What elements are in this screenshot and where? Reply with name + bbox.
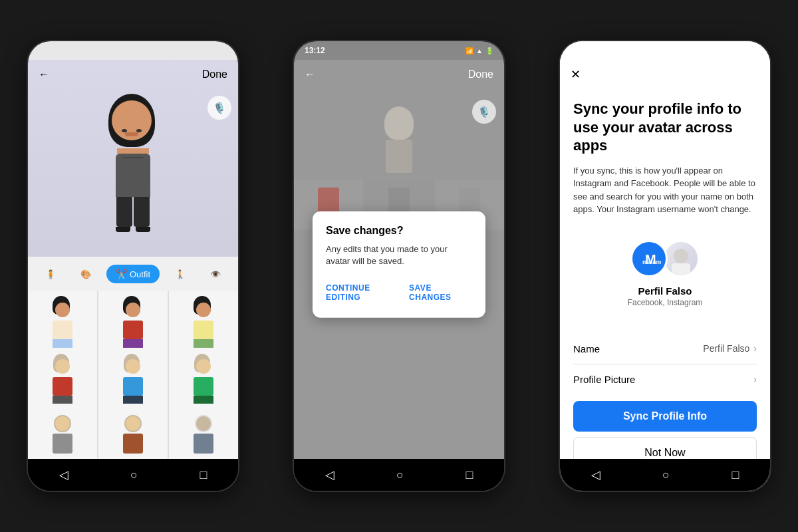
phone2-bg-avatar [386, 113, 412, 173]
mini-face-1 [55, 303, 70, 317]
facebook-profile-icon: M malando [630, 240, 668, 277]
phone2-time: 13:12 [305, 46, 325, 55]
mini-head-5 [124, 356, 142, 376]
mini-head-2 [124, 299, 142, 319]
phone2-bottom-nav: ◁ ○ □ [294, 459, 504, 491]
profile-picture-chevron-icon: › [753, 374, 757, 384]
phone1-nav: ← Done [28, 60, 238, 89]
mini-body-7 [53, 434, 72, 454]
name-row[interactable]: Name Perfil Falso › [573, 334, 757, 364]
outfit-cell-8[interactable] [98, 404, 168, 459]
mini-head-1 [54, 299, 71, 319]
tab-outfit-label: Outfit [130, 269, 150, 279]
outfit-mini-4 [43, 356, 82, 409]
avatar-display-area: 🎙️ [28, 89, 238, 257]
outfit-grid [28, 291, 238, 459]
phone3-wrapper: ✕ Sync your profile info to use your ava… [532, 0, 798, 532]
phone2-screen: ← Done [294, 60, 504, 459]
mini-face-4 [55, 359, 70, 374]
phone1-back-button[interactable]: ← [39, 68, 49, 80]
avatar-foot-left [116, 227, 130, 232]
tab-pose[interactable]: 🚶 [166, 265, 195, 283]
tab-view[interactable]: 👁️ [201, 265, 230, 283]
not-now-button[interactable]: Not Now [573, 437, 757, 460]
profile-picture-label: Profile Picture [573, 374, 635, 385]
phone3-top-bar: ✕ [560, 60, 770, 89]
outfit-mini-8 [113, 415, 153, 459]
avatar-preview-head [674, 249, 688, 263]
mic-button[interactable]: 🎙️ [207, 96, 231, 120]
mini-head-9 [195, 415, 212, 432]
mini-head-8 [124, 415, 142, 432]
save-dialog-title: Save changes? [326, 225, 472, 237]
mini-body-4 [53, 377, 72, 396]
mini-head-3 [195, 299, 212, 319]
phone2-back-button[interactable]: ← [305, 68, 315, 80]
phone1-status-bar [28, 41, 238, 60]
mini-body-5 [123, 377, 143, 396]
avatar-neck [117, 148, 149, 154]
sync-title: Sync your profile info to use your avata… [573, 100, 757, 155]
mini-body-9 [194, 434, 213, 454]
outfit-mini-1 [43, 299, 82, 352]
phone3-nav-home-icon[interactable]: ○ [662, 468, 670, 482]
mini-head-7 [54, 415, 71, 432]
mic-icon: 🎙️ [213, 102, 226, 114]
nav-back-icon[interactable]: ◁ [59, 467, 68, 482]
phone3-screen: ✕ Sync your profile info to use your ava… [560, 60, 770, 459]
phone1-screen: ← Done [28, 60, 238, 459]
phone2-nav-back-icon[interactable]: ◁ [325, 467, 334, 482]
sync-profile-info-button[interactable]: Sync Profile Info [573, 401, 757, 432]
name-chevron-icon: › [753, 343, 757, 354]
phone3-nav-recent-icon[interactable]: □ [732, 468, 739, 482]
phone2: 13:12 📶 ▲ 🔋 ← Done [293, 40, 505, 492]
nav-home-icon[interactable]: ○ [130, 468, 138, 482]
tab-skin[interactable]: 🎨 [71, 265, 100, 283]
phone1: ← Done [27, 40, 239, 492]
mini-body-3 [194, 321, 213, 339]
phone2-done-button[interactable]: Done [468, 68, 493, 80]
tab-body-icon: 🧍 [45, 269, 56, 279]
save-changes-button[interactable]: SAVE CHANGES [409, 281, 472, 305]
name-value: Perfil Falso [703, 343, 749, 354]
outfit-mini-5 [113, 356, 153, 409]
phone2-mic-icon: 🎙️ [477, 106, 491, 118]
continue-editing-button[interactable]: CONTINUE EDITING [326, 281, 402, 305]
phone2-mic-button[interactable]: 🎙️ [472, 100, 496, 124]
close-button[interactable]: ✕ [571, 67, 581, 82]
save-dialog: Save changes? Any edits that you made to… [313, 211, 485, 318]
avatar-head-group [112, 100, 154, 148]
sync-content: Sync your profile info to use your avata… [560, 89, 770, 459]
avatar-legs-group [116, 197, 150, 227]
mini-body-1 [53, 321, 72, 339]
outfit-cell-7[interactable] [28, 404, 97, 459]
outfit-mini-3 [184, 299, 223, 352]
nav-recent-icon[interactable]: □ [200, 468, 207, 482]
outfit-mini-9 [184, 415, 223, 459]
sync-description: If you sync, this is how you'll appear o… [573, 164, 757, 216]
phone3-nav-back-icon[interactable]: ◁ [591, 467, 600, 482]
phone3: ✕ Sync your profile info to use your ava… [559, 40, 771, 492]
phone2-nav-recent-icon[interactable]: □ [466, 468, 473, 482]
avatar-foot-right [136, 227, 150, 232]
phone1-wrapper: ← Done [0, 0, 266, 532]
outfit-mini-2 [113, 299, 153, 352]
phone2-nav-home-icon[interactable]: ○ [396, 468, 404, 482]
profile-name: Perfil Falso [638, 285, 692, 297]
mini-face-6 [196, 359, 211, 374]
avatar-feet [116, 227, 150, 232]
avatar-preview-body [672, 263, 690, 275]
phone1-done-button[interactable]: Done [202, 68, 227, 80]
avatar-icons-row: M malando [630, 240, 700, 277]
avatar-torso [116, 154, 150, 197]
tab-body[interactable]: 🧍 [36, 265, 65, 283]
name-label: Name [573, 343, 600, 354]
tab-outfit[interactable]: ✂️ Outfit [106, 265, 160, 283]
main-avatar [112, 100, 154, 232]
profile-preview: M malando [573, 229, 757, 318]
bg-avatar-hair [384, 106, 414, 140]
fb-logo-svg: M malando [637, 247, 661, 271]
bg-avatar-head [386, 113, 412, 140]
profile-picture-row[interactable]: Profile Picture › [573, 364, 757, 394]
outfit-cell-9[interactable] [169, 404, 238, 459]
